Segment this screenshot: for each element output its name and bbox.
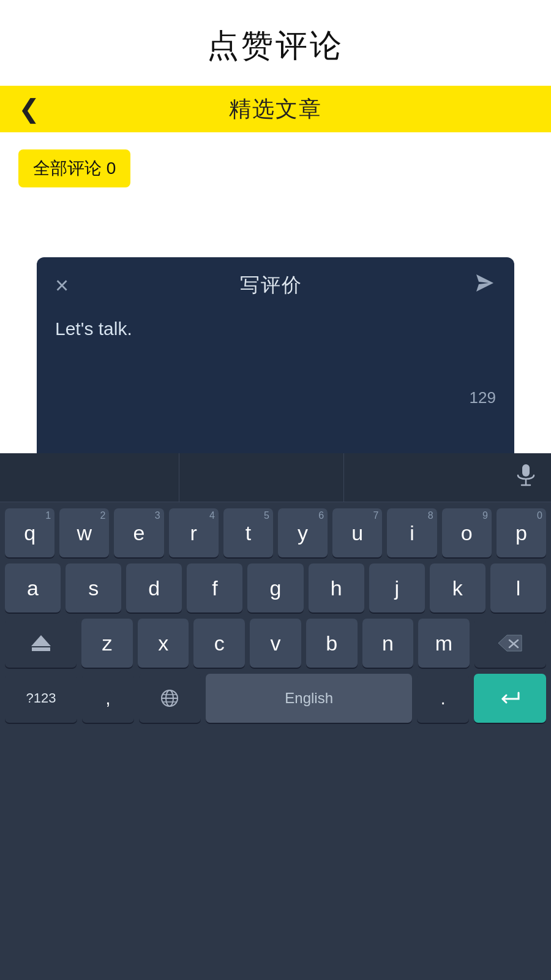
editor-content[interactable]: Let's talk. xyxy=(37,309,514,382)
keyboard-keys: 1q 2w 3e 4r 5t 6y 7u 8i 9o 0p a s d f g … xyxy=(0,508,551,723)
page-title: 点赞评论 xyxy=(0,0,551,86)
close-button[interactable]: × xyxy=(55,273,69,299)
comments-badge[interactable]: 全部评论 0 xyxy=(18,149,130,187)
key-x[interactable]: x xyxy=(138,619,189,668)
key-w[interactable]: 2w xyxy=(59,508,109,557)
suggestion-3[interactable] xyxy=(344,453,508,502)
key-c[interactable]: c xyxy=(193,619,245,668)
keyboard-suggestions-bar xyxy=(0,453,551,502)
key-u[interactable]: 7u xyxy=(332,508,382,557)
key-n[interactable]: n xyxy=(362,619,414,668)
num-switch-key[interactable]: ?123 xyxy=(5,674,77,723)
keyboard-area: 1q 2w 3e 4r 5t 6y 7u 8i 9o 0p a s d f g … xyxy=(0,453,551,980)
key-g[interactable]: g xyxy=(247,564,303,612)
svg-rect-0 xyxy=(522,464,530,477)
key-s[interactable]: s xyxy=(66,564,121,612)
nav-title: 精选文章 xyxy=(229,94,322,124)
key-p[interactable]: 0p xyxy=(497,508,546,557)
key-row-1: 1q 2w 3e 4r 5t 6y 7u 8i 9o 0p xyxy=(5,508,546,557)
back-button[interactable]: ❮ xyxy=(18,96,40,122)
key-z[interactable]: z xyxy=(81,619,133,668)
key-row-3: z x c v b n m xyxy=(5,619,546,668)
suggestion-segments xyxy=(15,453,508,502)
key-a[interactable]: a xyxy=(5,564,61,612)
key-row-2: a s d f g h j k l xyxy=(5,564,546,612)
key-t[interactable]: 5t xyxy=(223,508,273,557)
key-row-4: ?123 , English . xyxy=(5,674,546,723)
globe-key[interactable] xyxy=(139,674,201,723)
key-o[interactable]: 9o xyxy=(442,508,492,557)
return-key[interactable] xyxy=(474,674,546,723)
key-k[interactable]: k xyxy=(430,564,485,612)
backspace-key[interactable] xyxy=(474,619,546,668)
key-r[interactable]: 4r xyxy=(169,508,219,557)
key-m[interactable]: m xyxy=(418,619,470,668)
editor-title: 写评价 xyxy=(240,272,302,299)
key-d[interactable]: d xyxy=(126,564,182,612)
send-button[interactable] xyxy=(474,272,496,299)
key-h[interactable]: h xyxy=(309,564,364,612)
comma-key[interactable]: , xyxy=(82,674,133,723)
char-count: 129 xyxy=(37,382,514,417)
period-key[interactable]: . xyxy=(417,674,468,723)
key-y[interactable]: 6y xyxy=(278,508,328,557)
suggestion-2[interactable] xyxy=(179,453,344,502)
key-f[interactable]: f xyxy=(187,564,242,612)
editor-header: × 写评价 xyxy=(37,257,514,309)
space-key[interactable]: English xyxy=(206,674,413,723)
key-i[interactable]: 8i xyxy=(387,508,437,557)
key-l[interactable]: l xyxy=(490,564,546,612)
key-v[interactable]: v xyxy=(250,619,301,668)
shift-key[interactable] xyxy=(5,619,77,668)
editor-panel: × 写评价 Let's talk. 129 xyxy=(37,257,514,453)
key-j[interactable]: j xyxy=(369,564,425,612)
mic-button[interactable] xyxy=(515,463,536,492)
key-e[interactable]: 3e xyxy=(114,508,163,557)
nav-bar: ❮ 精选文章 xyxy=(0,86,551,132)
suggestion-1[interactable] xyxy=(15,453,179,502)
key-q[interactable]: 1q xyxy=(5,508,54,557)
key-b[interactable]: b xyxy=(306,619,358,668)
